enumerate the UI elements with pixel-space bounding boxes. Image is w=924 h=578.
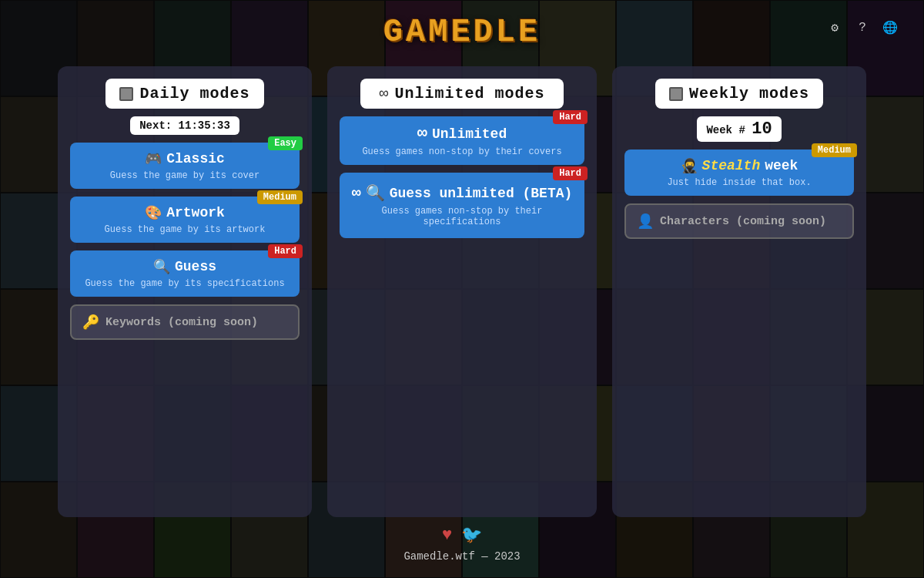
classic-difficulty-badge: Easy bbox=[268, 136, 303, 150]
header-icons: ⚙ ? 🌐 bbox=[824, 17, 901, 39]
daily-calendar-icon bbox=[119, 87, 133, 101]
stealth-mode-button[interactable]: Medium 🥷 Stealth week Just hide inside t… bbox=[624, 150, 854, 196]
columns: Daily modes Next: 11:35:33 Easy 🎮 Classi… bbox=[0, 59, 924, 525]
daily-subtitle-bar: Next: 11:35:33 bbox=[70, 116, 300, 135]
stealth-mode-title: 🥷 Stealth week bbox=[681, 157, 798, 174]
artwork-difficulty-badge: Medium bbox=[257, 190, 303, 204]
characters-coming-soon: 👤 Characters (coming soon) bbox=[624, 203, 854, 239]
daily-title-text: Daily modes bbox=[139, 85, 249, 102]
classic-icon: 🎮 bbox=[145, 150, 162, 167]
header: GAMEDLE ⚙ ? 🌐 bbox=[0, 0, 924, 59]
footer-icons: ♥ 🐦 bbox=[442, 525, 482, 546]
artwork-mode-desc: Guess the game by its artwork bbox=[105, 224, 266, 235]
guess-unlimited-mode-desc: Guess games non-stop by their specificat… bbox=[350, 206, 574, 227]
artwork-mode-title: 🎨 Artwork bbox=[145, 204, 225, 221]
artwork-icon: 🎨 bbox=[145, 204, 162, 221]
logo: GAMEDLE bbox=[383, 14, 541, 51]
keywords-label: Keywords (coming soon) bbox=[105, 316, 258, 329]
guess-unlimited-icon-1: ∞ bbox=[352, 184, 361, 202]
weekly-title-text: Weekly modes bbox=[689, 85, 809, 102]
unlimited-infinity-icon: ∞ bbox=[379, 85, 388, 102]
unlimited-title-bar: ∞ Unlimited modes bbox=[340, 79, 584, 109]
unlimited-mode-icon: ∞ bbox=[417, 124, 427, 143]
stealth-mode-desc: Just hide inside that box. bbox=[667, 177, 811, 188]
artwork-mode-button[interactable]: Medium 🎨 Artwork Guess the game by its a… bbox=[70, 197, 300, 243]
unlimited-mode-button[interactable]: Hard ∞ Unlimited Guess games non-stop by… bbox=[340, 116, 584, 165]
guess-mode-title: 🔍 Guess bbox=[153, 258, 216, 275]
guess-unlimited-mode-button[interactable]: Hard ∞ 🔍 Guess unlimited (BETA) Guess ga… bbox=[340, 173, 584, 238]
footer: ♥ 🐦 Gamedle.wtf — 2023 bbox=[403, 525, 520, 578]
guess-mode-desc: Guess the game by its specifications bbox=[85, 278, 284, 289]
classic-mode-title: 🎮 Classic bbox=[145, 150, 225, 167]
guess-difficulty-badge: Hard bbox=[268, 244, 303, 258]
weekly-title-box: Weekly modes bbox=[655, 79, 823, 109]
weekly-title-bar: Weekly modes bbox=[624, 79, 854, 109]
characters-icon: 👤 bbox=[637, 213, 654, 230]
guess-unlimited-icon-2: 🔍 bbox=[366, 183, 385, 203]
keywords-coming-soon: 🔑 Keywords (coming soon) bbox=[70, 304, 300, 340]
characters-label: Characters (coming soon) bbox=[660, 215, 826, 228]
unlimited-panel: ∞ Unlimited modes Hard ∞ Unlimited Guess… bbox=[327, 66, 597, 517]
unlimited-mode-desc: Guess games non-stop by their covers bbox=[362, 146, 561, 157]
daily-title-bar: Daily modes bbox=[70, 79, 300, 109]
help-icon[interactable]: ? bbox=[852, 17, 873, 39]
guess-mode-button[interactable]: Hard 🔍 Guess Guess the game by its speci… bbox=[70, 250, 300, 297]
globe-icon[interactable]: 🌐 bbox=[879, 17, 901, 39]
main-content: GAMEDLE ⚙ ? 🌐 Daily modes Next: 11:35:33… bbox=[0, 0, 924, 578]
unlimited-difficulty-badge: Hard bbox=[553, 110, 588, 124]
weekly-calendar-icon bbox=[669, 87, 683, 101]
stealth-icon: 🥷 bbox=[681, 157, 698, 174]
settings-icon[interactable]: ⚙ bbox=[824, 17, 845, 39]
daily-title-box: Daily modes bbox=[105, 79, 263, 109]
classic-mode-desc: Guess the game by its cover bbox=[110, 170, 259, 181]
weekly-panel: Weekly modes Week # 10 Medium 🥷 Stealth … bbox=[612, 66, 866, 517]
unlimited-title-text: Unlimited modes bbox=[394, 85, 544, 102]
classic-mode-button[interactable]: Easy 🎮 Classic Guess the game by its cov… bbox=[70, 143, 300, 189]
guess-unlimited-mode-title: ∞ 🔍 Guess unlimited (BETA) bbox=[352, 183, 573, 203]
guess-icon: 🔍 bbox=[153, 258, 170, 275]
twitter-icon[interactable]: 🐦 bbox=[461, 525, 482, 546]
daily-panel: Daily modes Next: 11:35:33 Easy 🎮 Classi… bbox=[58, 66, 312, 517]
unlimited-mode-title: ∞ Unlimited bbox=[417, 124, 507, 143]
unlimited-title-box: ∞ Unlimited modes bbox=[360, 79, 563, 109]
guess-unlimited-difficulty-badge: Hard bbox=[553, 166, 588, 180]
footer-text: Gamedle.wtf — 2023 bbox=[403, 550, 520, 563]
daily-subtitle: Next: 11:35:33 bbox=[130, 116, 239, 135]
weekly-subtitle: Week # 10 bbox=[697, 116, 781, 142]
stealth-difficulty-badge: Medium bbox=[812, 143, 857, 157]
keywords-icon: 🔑 bbox=[82, 314, 99, 331]
weekly-subtitle-bar: Week # 10 bbox=[624, 116, 854, 142]
heart-icon[interactable]: ♥ bbox=[442, 526, 452, 545]
